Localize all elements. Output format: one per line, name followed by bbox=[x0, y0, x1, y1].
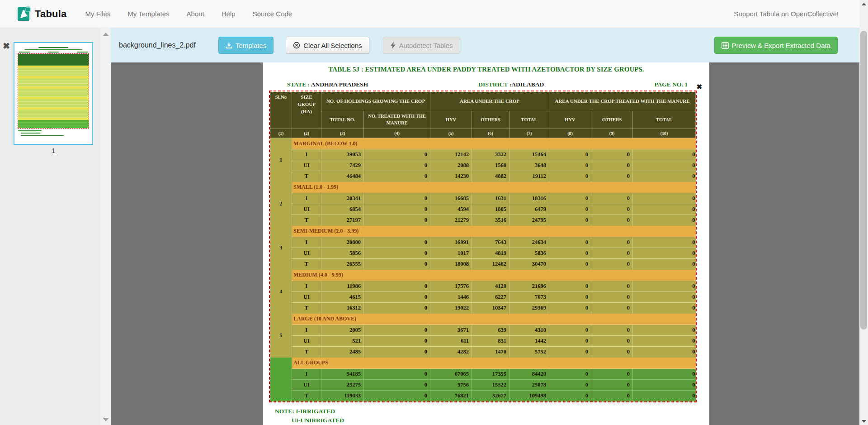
thumb-subtitle-line bbox=[24, 49, 82, 50]
table-row: I11986017576412021696000 bbox=[270, 281, 696, 292]
value-cell: 19112 bbox=[509, 171, 549, 182]
sidebar-scroll-down-icon[interactable] bbox=[103, 418, 109, 421]
col-header-total-no: TOTAL NO. bbox=[321, 111, 364, 129]
scroll-up-icon[interactable] bbox=[859, 0, 868, 8]
value-cell: 0 bbox=[591, 248, 633, 259]
irrigation-type-cell: T bbox=[292, 259, 321, 270]
scrollbar-thumb[interactable] bbox=[860, 31, 867, 329]
value-cell: 0 bbox=[364, 215, 430, 226]
value-cell: 16685 bbox=[430, 193, 472, 204]
save-template-icon bbox=[226, 42, 232, 49]
table-row: UI58560101748195836000 bbox=[270, 248, 696, 259]
value-cell: 27197 bbox=[321, 215, 364, 226]
irrigation-type-cell: T bbox=[292, 347, 321, 358]
irrigation-type-cell: T bbox=[292, 171, 321, 182]
selection-close-icon[interactable]: ✖ bbox=[696, 83, 702, 91]
nav-item-source-code[interactable]: Source Code bbox=[244, 0, 301, 28]
irrigation-type-cell: I bbox=[292, 281, 321, 292]
size-group-label: MEDIUM (4.0 - 9.99) bbox=[292, 270, 696, 281]
value-cell: 0 bbox=[633, 215, 696, 226]
table-row: UI68540459418856479000 bbox=[270, 204, 696, 215]
nav-item-my-templates[interactable]: My Templates bbox=[119, 0, 178, 28]
value-cell: 521 bbox=[321, 336, 364, 347]
value-cell: 19022 bbox=[430, 303, 472, 314]
irrigation-type-cell: UI bbox=[292, 204, 321, 215]
table-selection-box[interactable]: ✖ Sl.No SIZE GROUP (HA) NO. OF HOLDINGS … bbox=[269, 91, 697, 402]
value-cell: 0 bbox=[364, 336, 430, 347]
value-cell: 0 bbox=[633, 369, 696, 380]
value-cell: 0 bbox=[591, 380, 633, 391]
sidebar-scrollbar[interactable] bbox=[100, 28, 111, 425]
value-cell: 1446 bbox=[430, 292, 472, 303]
remove-page-icon[interactable]: ✖ bbox=[3, 42, 10, 50]
slno-cell: 2 bbox=[270, 182, 292, 226]
window-scrollbar[interactable] bbox=[859, 0, 868, 425]
value-cell: 7673 bbox=[509, 292, 549, 303]
value-cell: 0 bbox=[591, 160, 633, 171]
thumb-meta-line bbox=[19, 52, 88, 53]
irrigation-type-cell: I bbox=[292, 149, 321, 160]
irrigation-type-cell: T bbox=[292, 215, 321, 226]
preview-export-button[interactable]: Preview & Export Extracted Data bbox=[714, 37, 838, 54]
support-link[interactable]: Support Tabula on OpenCollective! bbox=[734, 10, 839, 18]
scroll-down-icon[interactable] bbox=[859, 417, 868, 425]
value-cell: 0 bbox=[633, 259, 696, 270]
table-row: I941850670651735584420000 bbox=[270, 369, 696, 380]
nav-item-about[interactable]: About bbox=[178, 0, 213, 28]
value-cell: 1442 bbox=[509, 336, 549, 347]
autodetect-tables-button[interactable]: Autodetect Tables bbox=[383, 37, 460, 54]
value-cell: 4120 bbox=[472, 281, 509, 292]
value-cell: 39053 bbox=[321, 149, 364, 160]
irrigation-type-cell: I bbox=[292, 369, 321, 380]
brand-link[interactable]: Tabula bbox=[17, 6, 66, 22]
table-row: T46484014230488219112000 bbox=[270, 171, 696, 182]
value-cell: 0 bbox=[364, 248, 430, 259]
sidebar-scroll-up-icon[interactable] bbox=[103, 33, 109, 36]
nav-item-help[interactable]: Help bbox=[213, 0, 244, 28]
district-field: DISTRICT :ADILABAD bbox=[478, 81, 544, 88]
value-cell: 5752 bbox=[509, 347, 549, 358]
value-cell: 0 bbox=[549, 325, 591, 336]
irrigation-type-cell: I bbox=[292, 325, 321, 336]
page-1-thumbnail[interactable] bbox=[14, 42, 93, 145]
value-cell: 0 bbox=[591, 369, 633, 380]
value-cell: 0 bbox=[633, 325, 696, 336]
value-cell: 1470 bbox=[472, 347, 509, 358]
templates-button[interactable]: Templates bbox=[218, 37, 274, 54]
value-cell: 0 bbox=[591, 237, 633, 248]
column-number-cell: (5) bbox=[430, 129, 472, 138]
value-cell: 0 bbox=[364, 237, 430, 248]
lightning-bolt-icon bbox=[390, 42, 396, 49]
value-cell: 0 bbox=[364, 281, 430, 292]
value-cell: 4310 bbox=[509, 325, 549, 336]
clear-all-selections-button[interactable]: Clear All Selections bbox=[286, 37, 369, 54]
pdf-page[interactable]: TABLE 5J : ESTIMATED AREA UNDER PADDY TR… bbox=[263, 62, 709, 425]
value-cell: 0 bbox=[591, 149, 633, 160]
column-number-cell: (6) bbox=[472, 129, 509, 138]
col-header-treated: NO. TREATED WITH THE MANURE bbox=[364, 111, 430, 129]
col-header-others-1: OTHERS bbox=[472, 111, 509, 129]
irrigation-type-cell: T bbox=[292, 391, 321, 401]
value-cell: 0 bbox=[549, 248, 591, 259]
col-header-hyv-1: HYV bbox=[430, 111, 472, 129]
thumbnail-table-header bbox=[18, 54, 89, 66]
value-cell: 17355 bbox=[472, 369, 509, 380]
thumbnail-notes bbox=[18, 130, 92, 136]
value-cell: 4615 bbox=[321, 292, 364, 303]
col-header-size-group: SIZE GROUP (HA) bbox=[292, 92, 321, 129]
value-cell: 0 bbox=[591, 259, 633, 270]
value-cell: 0 bbox=[591, 325, 633, 336]
value-cell: 0 bbox=[591, 347, 633, 358]
value-cell: 4282 bbox=[430, 347, 472, 358]
value-cell: 10347 bbox=[472, 303, 509, 314]
value-cell: 0 bbox=[549, 347, 591, 358]
table-row: I2005036716394310000 bbox=[270, 325, 696, 336]
value-cell: 0 bbox=[549, 149, 591, 160]
value-cell: 20341 bbox=[321, 193, 364, 204]
value-cell: 0 bbox=[549, 259, 591, 270]
table-row: I20341016685163118316000 bbox=[270, 193, 696, 204]
nav-item-my-files[interactable]: My Files bbox=[76, 0, 119, 28]
document-filename: background_lines_2.pdf bbox=[119, 41, 196, 49]
irrigation-type-cell: UI bbox=[292, 248, 321, 259]
table-row: T163120190221034729369000 bbox=[270, 303, 696, 314]
